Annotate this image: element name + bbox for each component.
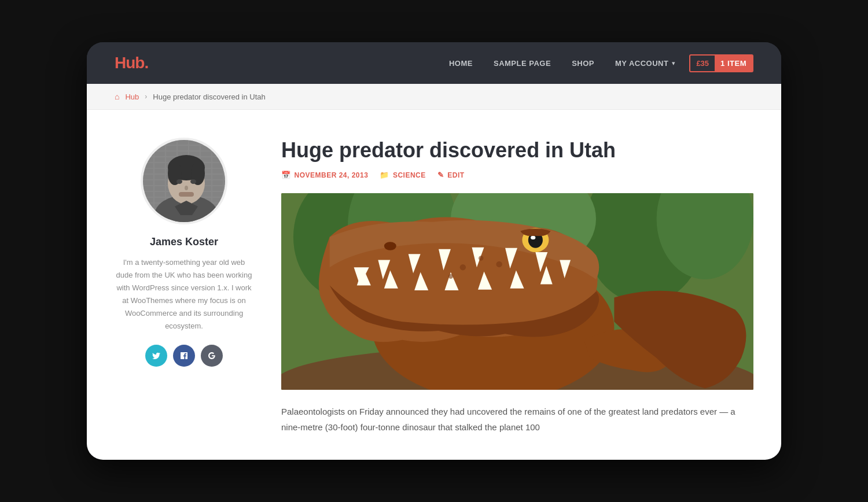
svg-point-25 <box>384 242 396 250</box>
svg-point-29 <box>448 274 453 279</box>
svg-rect-11 <box>179 192 194 197</box>
article-meta: 📅 NOVEMBER 24, 2013 📁 SCIENCE ✎ EDIT <box>281 171 753 179</box>
logo-dot: . <box>144 54 148 72</box>
article-edit[interactable]: ✎ EDIT <box>437 171 465 179</box>
author-avatar <box>141 138 227 224</box>
article-category[interactable]: 📁 SCIENCE <box>380 171 425 179</box>
article-featured-image <box>281 193 753 390</box>
svg-point-26 <box>460 264 466 270</box>
breadcrumb-separator: › <box>145 93 147 101</box>
svg-point-8 <box>176 179 182 184</box>
cart-items-count: 1 ITEM <box>715 56 752 71</box>
article-date: 📅 NOVEMBER 24, 2013 <box>281 171 368 179</box>
nav-shop[interactable]: SHOP <box>572 59 594 68</box>
navigation: Hub. HOME SAMPLE PAGE SHOP MY ACCOUNT ▾ … <box>87 42 781 84</box>
home-icon: ⌂ <box>115 92 119 101</box>
logo-text: Hub <box>115 54 144 72</box>
svg-point-10 <box>185 186 188 190</box>
author-name: James Koster <box>115 236 253 248</box>
svg-point-27 <box>479 256 483 260</box>
site-logo[interactable]: Hub. <box>115 54 449 72</box>
nav-my-account[interactable]: MY ACCOUNT <box>615 59 668 68</box>
author-sidebar: James Koster I'm a twenty-something year… <box>115 138 253 435</box>
facebook-icon <box>179 351 189 360</box>
twitter-link[interactable] <box>145 345 167 367</box>
cart-price: £35 <box>690 56 715 71</box>
social-links <box>115 345 253 367</box>
main-layout: James Koster I'm a twenty-something year… <box>87 110 781 458</box>
date-text: NOVEMBER 24, 2013 <box>295 171 369 179</box>
breadcrumb-current-page: Huge predator discovered in Utah <box>153 93 265 101</box>
article-title: Huge predator discovered in Utah <box>281 138 753 163</box>
content-area: ⌂ Hub › Huge predator discovered in Utah <box>87 84 781 460</box>
edit-icon: ✎ <box>437 171 444 179</box>
svg-point-9 <box>190 179 196 184</box>
nav-sample-page[interactable]: SAMPLE PAGE <box>494 59 551 68</box>
twitter-icon <box>152 351 161 360</box>
edit-text: EDIT <box>447 171 464 179</box>
breadcrumb-home-link[interactable]: Hub <box>125 93 139 101</box>
svg-point-24 <box>531 236 535 239</box>
folder-icon: 📁 <box>380 171 389 179</box>
article-excerpt: Palaeontologists on Friday announced the… <box>281 404 753 435</box>
nav-menu: HOME SAMPLE PAGE SHOP MY ACCOUNT ▾ <box>449 58 675 68</box>
category-text: SCIENCE <box>393 171 426 179</box>
facebook-link[interactable] <box>173 345 195 367</box>
chevron-down-icon: ▾ <box>672 60 675 67</box>
svg-point-28 <box>496 261 502 267</box>
cart-button[interactable]: £35 1 ITEM <box>689 54 753 72</box>
author-bio: I'm a twenty-something year old web dude… <box>115 256 253 333</box>
gplus-icon <box>207 351 216 360</box>
nav-home[interactable]: HOME <box>449 59 473 68</box>
calendar-icon: 📅 <box>281 171 291 179</box>
gplus-link[interactable] <box>201 345 223 367</box>
breadcrumb: ⌂ Hub › Huge predator discovered in Utah <box>87 84 781 110</box>
article: Huge predator discovered in Utah 📅 NOVEM… <box>281 138 753 435</box>
